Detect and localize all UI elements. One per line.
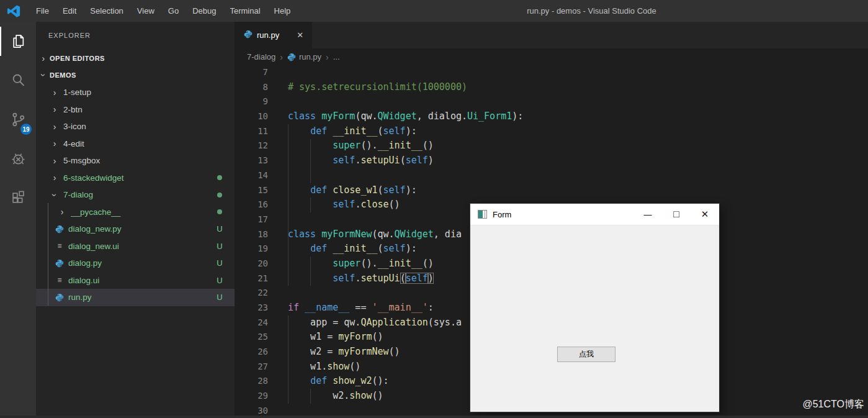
source-control-icon[interactable]: 19 bbox=[0, 100, 36, 139]
code-line[interactable]: 7 bbox=[235, 65, 868, 80]
tree-item-5-msgbox[interactable]: ›5-msgbox bbox=[36, 152, 235, 170]
ui-file-icon: ≡ bbox=[55, 242, 65, 250]
menu-item-help[interactable]: Help bbox=[267, 0, 298, 22]
menu-item-debug[interactable]: Debug bbox=[186, 0, 223, 22]
chevron-right-icon[interactable]: › bbox=[50, 105, 60, 114]
minimize-button[interactable]: — bbox=[633, 204, 662, 225]
code-text: def __init__(self): bbox=[288, 242, 417, 257]
tree-item-4-edit[interactable]: ›4-edit bbox=[36, 135, 235, 153]
git-modified-dot-badge bbox=[217, 209, 222, 214]
breadcrumb: 7-dialog›run.py›... bbox=[235, 48, 868, 65]
tab-label: run.py bbox=[257, 30, 279, 40]
code-text: class myForm(qw.QWidget, dialog.Ui_Form1… bbox=[288, 109, 523, 124]
tree-item-dialog-ui[interactable]: ≡dialog.uiU bbox=[36, 272, 235, 289]
watermark: @51CTO博客 bbox=[802, 398, 864, 411]
code-line[interactable]: 11 def __init__(self): bbox=[235, 124, 868, 139]
tree-item-1-setup[interactable]: ›1-setup bbox=[36, 84, 235, 101]
chevron-right-icon[interactable]: › bbox=[57, 207, 67, 216]
python-file-icon bbox=[55, 225, 65, 234]
menu-item-selection[interactable]: Selection bbox=[83, 0, 130, 22]
menu-item-file[interactable]: File bbox=[29, 0, 56, 22]
code-text: class myFormNew(qw.QWidget, dia bbox=[288, 227, 462, 242]
menu-item-edit[interactable]: Edit bbox=[56, 0, 83, 22]
explorer-icon[interactable] bbox=[0, 22, 36, 61]
tree-item--pycache-[interactable]: ›__pycache__ bbox=[36, 204, 235, 221]
chevron-right-icon[interactable]: › bbox=[50, 88, 60, 97]
chevron-right-icon[interactable]: › bbox=[50, 173, 60, 182]
line-number: 28 bbox=[235, 374, 268, 389]
code-line[interactable]: 10class myForm(qw.QWidget, dialog.Ui_For… bbox=[235, 109, 868, 124]
debug-icon[interactable] bbox=[0, 139, 36, 178]
maximize-button[interactable]: □ bbox=[662, 204, 691, 225]
form-dialog-titlebar[interactable]: Form — □ ✕ bbox=[470, 204, 719, 225]
code-text: def __init__(self): bbox=[288, 124, 417, 139]
tree-item-run-py[interactable]: run.pyU bbox=[36, 289, 235, 306]
code-line[interactable]: 8# sys.setrecursionlimit(1000000) bbox=[235, 80, 868, 95]
tree-item-label: dialog_new.py bbox=[68, 224, 216, 234]
section-label: DEMOS bbox=[50, 71, 76, 79]
code-text: app = qw.QApplication(sys.a bbox=[288, 316, 462, 330]
git-untracked-badge: U bbox=[216, 276, 223, 285]
form-dialog: Form — □ ✕ 点我 bbox=[470, 204, 719, 412]
chevron-right-icon[interactable]: › bbox=[50, 139, 60, 148]
form-dialog-title: Form bbox=[493, 210, 633, 219]
tree-item-dialog-new-ui[interactable]: ≡dialog_new.uiU bbox=[36, 238, 235, 255]
source-control-badge: 19 bbox=[20, 124, 32, 135]
click-me-button[interactable]: 点我 bbox=[557, 347, 615, 362]
chevron-right-icon[interactable]: › bbox=[50, 122, 60, 131]
form-window-icon bbox=[478, 210, 487, 219]
tab-run-py[interactable]: run.py ✕ bbox=[235, 22, 312, 48]
code-text: w1 = myForm() bbox=[288, 330, 383, 345]
tree-item-7-dialog[interactable]: ›7-dialog bbox=[36, 186, 235, 204]
code-line[interactable]: 15 def close_w1(self): bbox=[235, 183, 868, 198]
line-number: 11 bbox=[235, 124, 268, 139]
breadcrumb-item[interactable]: 7-dialog bbox=[247, 52, 275, 61]
file-tree: ›1-setup›2-btn›3-icon›4-edit›5-msgbox›6-… bbox=[36, 84, 235, 306]
menu-bar: FileEditSelectionViewGoDebugTerminalHelp bbox=[29, 0, 297, 22]
menu-item-view[interactable]: View bbox=[130, 0, 161, 22]
python-file-icon bbox=[287, 53, 296, 61]
window-bottom-strip bbox=[0, 416, 868, 418]
git-untracked-badge: U bbox=[216, 224, 223, 234]
code-text: w2 = myFormNew() bbox=[288, 345, 400, 360]
chevron-right-icon[interactable]: › bbox=[50, 157, 60, 165]
section-label: OPEN EDITORS bbox=[50, 55, 105, 62]
section-open-editors[interactable]: › OPEN EDITORS bbox=[36, 50, 235, 67]
tree-item-3-icon[interactable]: ›3-icon bbox=[36, 118, 235, 135]
git-untracked-badge: U bbox=[216, 242, 223, 251]
tree-item-6-stackedwidget[interactable]: ›6-stackedwidget bbox=[36, 170, 235, 187]
line-number: 29 bbox=[235, 389, 268, 404]
line-number: 7 bbox=[235, 65, 268, 80]
menu-item-go[interactable]: Go bbox=[161, 0, 186, 22]
chevron-down-icon[interactable]: › bbox=[39, 70, 48, 80]
line-number: 24 bbox=[235, 316, 268, 330]
extensions-icon[interactable] bbox=[0, 178, 36, 217]
indent-guide bbox=[288, 124, 289, 286]
code-line[interactable]: 12 super().__init__() bbox=[235, 139, 868, 153]
chevron-right-icon[interactable]: › bbox=[38, 54, 48, 63]
sidebar-title: EXPLORER bbox=[36, 22, 235, 50]
breadcrumb-item[interactable]: ... bbox=[333, 52, 340, 61]
indent-guide bbox=[288, 316, 289, 404]
code-line[interactable]: 13 self.setupUi(self) bbox=[235, 153, 868, 168]
tree-item-2-btn[interactable]: ›2-btn bbox=[36, 101, 235, 119]
close-icon[interactable]: ✕ bbox=[297, 30, 303, 40]
code-line[interactable]: 9 bbox=[235, 94, 868, 109]
breadcrumb-item[interactable]: run.py bbox=[287, 52, 321, 61]
code-line[interactable]: 14 bbox=[235, 168, 868, 183]
tree-item-dialog-new-py[interactable]: dialog_new.pyU bbox=[36, 220, 235, 238]
search-icon[interactable] bbox=[0, 61, 36, 100]
menu-item-terminal[interactable]: Terminal bbox=[223, 0, 267, 22]
line-number: 23 bbox=[235, 301, 268, 316]
tree-item-dialog-py[interactable]: dialog.pyU bbox=[36, 255, 235, 272]
close-button[interactable]: ✕ bbox=[691, 204, 719, 225]
code-text: # sys.setrecursionlimit(1000000) bbox=[288, 80, 467, 95]
tree-item-label: __pycache__ bbox=[71, 207, 217, 217]
section-demos[interactable]: › DEMOS bbox=[36, 67, 235, 84]
git-untracked-badge: U bbox=[216, 258, 223, 268]
title-bar: FileEditSelectionViewGoDebugTerminalHelp… bbox=[0, 0, 868, 22]
chevron-down-icon[interactable]: › bbox=[50, 190, 59, 200]
code-editor[interactable]: 78# sys.setrecursionlimit(1000000)910cla… bbox=[235, 65, 868, 418]
line-number: 8 bbox=[235, 80, 268, 95]
code-text: def show_w2(): bbox=[288, 374, 389, 389]
